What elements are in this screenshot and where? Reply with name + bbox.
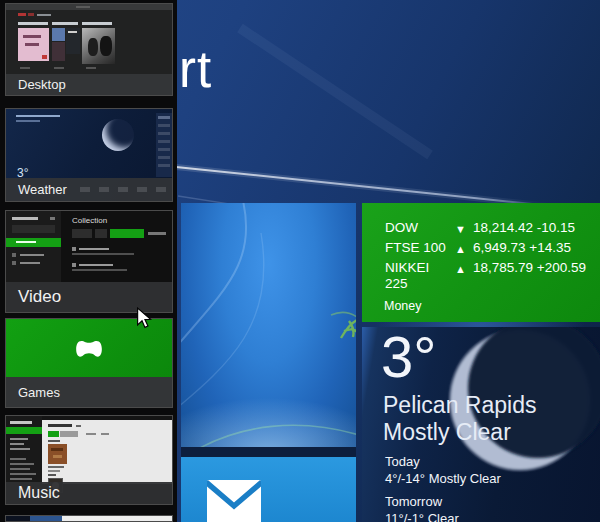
tile-mail[interactable]	[181, 457, 356, 522]
switcher-label-music: Music	[6, 482, 172, 504]
stock-value: 18,214.42	[473, 220, 533, 237]
stock-value: 18,785.79	[473, 260, 533, 292]
switcher-item-games[interactable]: Games	[5, 318, 173, 408]
stock-row-nikkei: NIKKEI 225 ▲ 18,785.79 +200.59	[385, 260, 586, 292]
tile-weather[interactable]: 3° Pelican Rapids Mostly Clear Today 4°/…	[362, 327, 600, 522]
video-collection-heading: Collection	[72, 216, 107, 225]
stock-value: 6,949.73	[473, 240, 526, 257]
weather-condition: Mostly Clear	[383, 419, 511, 446]
start-title: rt	[179, 40, 212, 99]
weather-location: Pelican Rapids	[383, 391, 536, 419]
stock-up-arrow-icon: ▲	[455, 240, 473, 257]
tile-gap	[181, 447, 356, 457]
stock-row-ftse: FTSE 100 ▲ 6,949.73 +14.35	[385, 240, 586, 257]
window-titlebar	[6, 4, 172, 10]
switcher-label-desktop: Desktop	[6, 74, 172, 95]
tile-money[interactable]: DOW ▼ 18,214.42 -10.15 FTSE 100 ▲ 6,949.…	[362, 203, 600, 322]
weather-today-label: Today	[385, 454, 420, 469]
switcher-item-partial[interactable]	[5, 515, 173, 522]
weather-tomorrow-label: Tomorrow	[385, 494, 442, 509]
switcher-item-desktop[interactable]: Desktop	[5, 3, 173, 96]
stock-list: DOW ▼ 18,214.42 -10.15 FTSE 100 ▲ 6,949.…	[385, 220, 586, 292]
weather-temp: 3°	[381, 327, 436, 390]
partial-thumb-decor	[62, 516, 172, 522]
switcher-item-video[interactable]: Collection Video	[5, 210, 173, 313]
weather-today-forecast: 4°/-14° Mostly Clear	[385, 471, 501, 486]
gamepad-icon	[75, 339, 103, 358]
stock-row-dow: DOW ▼ 18,214.42 -10.15	[385, 220, 586, 237]
app-switcher-sidebar: Desktop 3° Weather	[0, 0, 177, 522]
switcher-label-games: Games	[6, 377, 172, 407]
start-screen: rt DOW ▼ 18,214.42 -10.15 FTSE 100 ▲ 6,9…	[0, 0, 600, 522]
stock-change: +14.35	[529, 240, 571, 257]
stock-change: +200.59	[537, 260, 586, 292]
stock-index-name: FTSE 100	[385, 240, 455, 257]
switcher-label-video: Video	[6, 282, 172, 312]
stock-down-arrow-icon: ▼	[455, 220, 473, 237]
stock-index-name: DOW	[385, 220, 455, 237]
switcher-item-music[interactable]: Music	[5, 415, 173, 505]
tile-desktop[interactable]	[181, 203, 356, 447]
stock-up-arrow-icon: ▲	[455, 260, 473, 292]
money-tile-label: Money	[384, 299, 422, 313]
stock-change: -10.15	[537, 220, 575, 237]
partial-thumb-decor	[30, 516, 62, 522]
weather-tomorrow-forecast: 11°/-1° Clear	[385, 511, 459, 522]
wallpaper-swoosh-decor	[181, 203, 356, 447]
crescent-moon-icon	[102, 119, 134, 151]
switcher-item-weather[interactable]: 3° Weather	[5, 108, 173, 202]
envelope-icon	[207, 480, 261, 522]
stock-index-name: NIKKEI 225	[385, 260, 455, 292]
